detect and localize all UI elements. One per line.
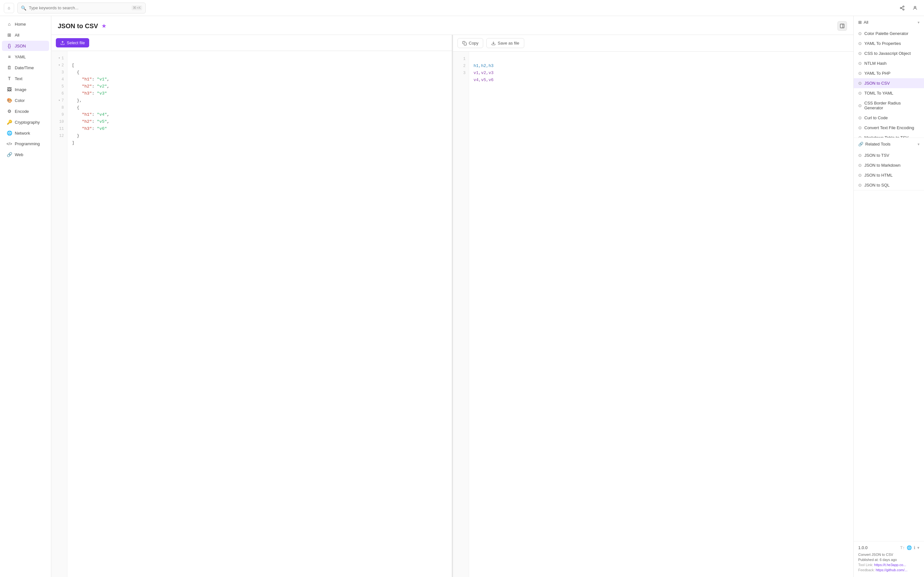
sidebar-item-text[interactable]: T Text [2,73,49,84]
sidebar-item-home[interactable]: ⌂ Home [2,19,49,29]
json-input-editor[interactable]: ▾ 1 ▾ 2 3 4 5 6 ▾ 7 8 9 10 11 12 [ { "h1 [51,51,452,577]
sidebar-item-image[interactable]: 🖼 Image [2,84,49,95]
all-section-label: All [864,20,868,25]
related-item-json-to-markdown[interactable]: ⊙ JSON to Markdown [854,160,924,170]
main-layout: ⌂ Home ⊞ All {} JSON ≡ YAML 🗓 Date/Time … [0,16,924,577]
svg-point-1 [900,7,901,9]
right-item-label: Markdown Table to TSV [864,135,909,137]
sidebar-item-json[interactable]: {} JSON [2,41,49,51]
sidebar-item-programming[interactable]: </> Programming [2,139,49,149]
tool-icon: ⊙ [858,183,862,187]
star-button[interactable]: ★ [102,23,107,29]
right-item-markdown-to-tsv[interactable]: ⊙ Markdown Table to TSV [854,133,924,137]
right-item-label: CSS Border Radius Generator [864,101,919,110]
related-item-json-to-tsv[interactable]: ⊙ JSON to TSV [854,150,924,160]
sidebar-item-all[interactable]: ⊞ All [2,30,49,40]
sidebar-label-home: Home [15,22,26,27]
sidebar-item-network[interactable]: 🌐 Network [2,128,49,138]
line-num-5: 5 [51,83,67,90]
text-icon: T [6,76,12,81]
version-footer: 1.0.0 T↑ 🌐 ℹ ▾ Convert JSON to CSV Publi… [854,541,924,577]
tool-icon: ⊙ [858,51,862,56]
related-tools-list: ⊙ JSON to TSV ⊙ JSON to Markdown ⊙ JSON … [854,150,924,190]
topbar: ⌂ 🔍 ⌘+K [0,0,924,16]
tool-icon: ⊙ [858,61,862,66]
right-item-label: Convert Text File Encoding [864,125,914,130]
tool-icon: ⊙ [858,163,862,168]
all-section-title: ⊞ All [858,20,868,25]
sidebar-item-yaml[interactable]: ≡ YAML [2,52,49,62]
csv-line-num-2: 2 [453,63,469,69]
right-item-ntlm-hash[interactable]: ⊙ NTLM Hash [854,58,924,68]
search-icon: 🔍 [21,5,26,11]
sidebar-label-color: Color [15,98,25,103]
right-item-label: CSS to Javascript Object [864,51,911,56]
tool-icon: ⊙ [858,71,862,76]
right-item-toml-to-yaml[interactable]: ⊙ TOML To YAML [854,88,924,98]
right-item-label: NTLM Hash [864,61,887,66]
right-item-curl-to-code[interactable]: ⊙ Curl to Code [854,113,924,123]
all-section-chevron: ▾ [918,20,919,25]
left-toolbar: Select file [51,35,452,51]
version-row: 1.0.0 T↑ 🌐 ℹ ▾ [858,545,919,550]
image-icon: 🖼 [6,87,12,92]
save-as-file-button[interactable]: Save as file [486,38,524,48]
related-item-json-to-html[interactable]: ⊙ JSON to HTML [854,170,924,180]
right-sidebar: ⊞ All ▾ ⊙ Color Palette Generator ⊙ YAML… [853,16,924,577]
all-section-header[interactable]: ⊞ All ▾ [854,16,924,29]
related-section: 🔗 Related Tools ▾ ⊙ JSON to TSV ⊙ JSON t… [854,138,924,190]
select-file-label: Select file [67,40,85,45]
right-item-label: JSON to CSV [864,81,890,85]
left-editor-panel: Select file ▾ 1 ▾ 2 3 4 5 6 ▾ 7 8 9 10 [51,35,452,577]
right-item-css-border-radius[interactable]: ⊙ CSS Border Radius Generator [854,98,924,113]
right-item-yaml-to-php[interactable]: ⊙ YAML To PHP [854,68,924,78]
right-item-label: Color Palette Generator [864,31,908,36]
feedback-url[interactable]: https://github.com/... [876,568,907,572]
editors: Select file ▾ 1 ▾ 2 3 4 5 6 ▾ 7 8 9 10 [51,35,853,577]
search-input[interactable] [29,5,129,10]
sidebar-label-encode: Encode [15,109,29,114]
right-item-convert-encoding[interactable]: ⊙ Convert Text File Encoding [854,123,924,133]
related-item-json-to-sql[interactable]: ⊙ JSON to SQL [854,180,924,190]
save-as-file-label: Save as file [498,41,519,45]
sidebar-item-cryptography[interactable]: 🔑 Cryptography [2,117,49,127]
csv-line-num-3: 3 [453,69,469,77]
tool-icon: ⊙ [858,91,862,95]
font-size-icon[interactable]: T↑ [900,545,905,550]
line-num-12: 12 [51,132,67,139]
collapse-arrow-7[interactable]: ▾ [58,97,60,104]
language-icon[interactable]: 🌐 [907,545,912,550]
sidebar-item-web[interactable]: 🔗 Web [2,149,49,160]
right-item-yaml-to-props[interactable]: ⊙ YAML To Properties [854,39,924,48]
sidebar-item-datetime[interactable]: 🗓 Date/Time [2,63,49,73]
tool-icon: ⊙ [858,41,862,46]
related-section-header[interactable]: 🔗 Related Tools ▾ [854,138,924,150]
web-icon: 🔗 [6,152,12,157]
right-item-json-to-csv[interactable]: ⊙ JSON to CSV [854,78,924,88]
svg-point-5 [914,6,916,8]
right-item-css-to-js[interactable]: ⊙ CSS to Javascript Object [854,48,924,58]
share-button[interactable] [897,3,907,13]
all-tools-list: ⊙ Color Palette Generator ⊙ YAML To Prop… [854,29,924,137]
sidebar-item-color[interactable]: 🎨 Color [2,95,49,105]
user-button[interactable] [910,3,920,13]
select-file-button[interactable]: Select file [56,38,89,47]
json-icon: {} [6,43,12,48]
sidebar-item-encode[interactable]: ⚙ Encode [2,106,49,116]
all-icon: ⊞ [6,32,12,37]
expand-icon[interactable]: ▾ [917,545,919,550]
panel-toggle-button[interactable] [837,21,847,31]
copy-button[interactable]: Copy [457,38,483,48]
json-code-content[interactable]: [ { "h1": "v1", "h2": "v2", "h3": "v3" }… [67,51,452,577]
line-num-10: 10 [51,118,67,125]
right-item-color-palette[interactable]: ⊙ Color Palette Generator [854,29,924,39]
sidebar-label-image: Image [15,87,26,92]
version-tool-link: Tool Link: https://t.he3app.co... [858,563,919,567]
collapse-arrow-2[interactable]: ▾ [58,62,60,69]
home-button[interactable]: ⌂ [4,3,14,13]
collapse-arrow-1[interactable]: ▾ [58,55,60,62]
info-icon[interactable]: ℹ [914,545,915,550]
csv-line-num-1: 1 [453,55,469,63]
tool-link-url[interactable]: https://t.he3app.co... [874,563,906,567]
svg-point-2 [903,9,904,10]
